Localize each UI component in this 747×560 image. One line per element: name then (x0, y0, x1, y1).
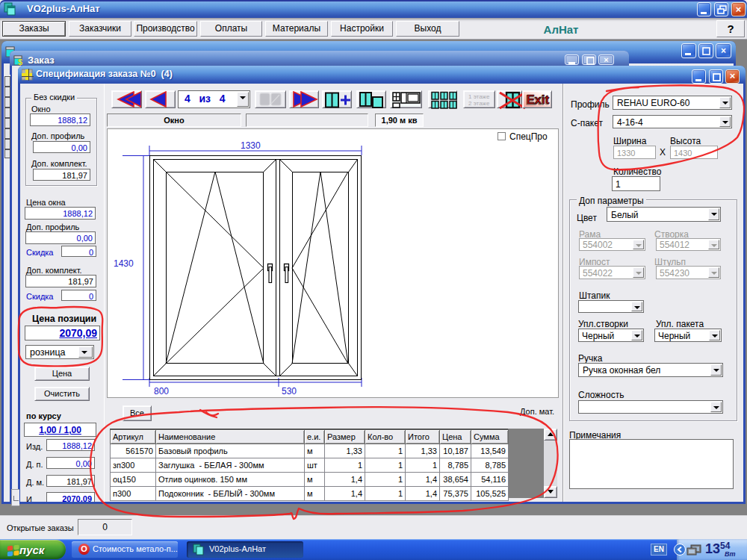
svg-text:1430: 1430 (114, 258, 134, 269)
svg-text:800: 800 (154, 386, 169, 396)
svg-text:1330: 1330 (241, 140, 261, 151)
svg-text:530: 530 (282, 386, 297, 396)
svg-text:Exit: Exit (526, 93, 549, 107)
